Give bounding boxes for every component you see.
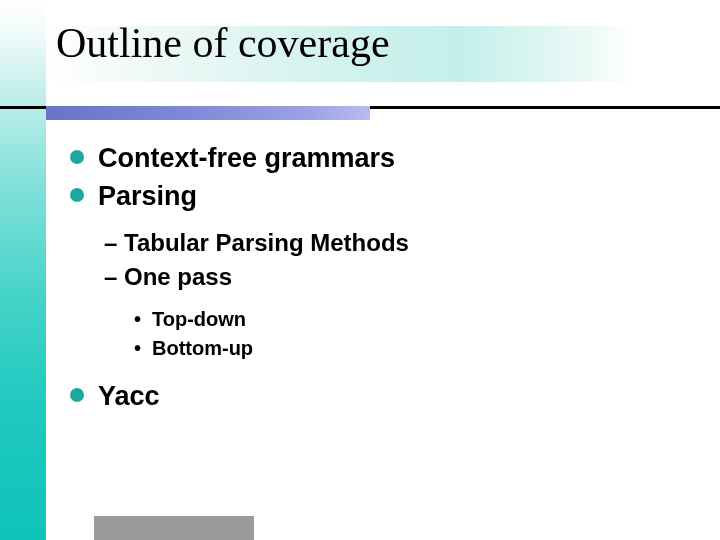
spacer [70,364,670,378]
spacer [70,217,670,225]
slide: Outline of coverage Context-free grammar… [0,0,720,540]
footer-grey-block [94,516,254,540]
bullet-text: One pass [124,263,232,290]
disc-bullet-icon [70,150,84,164]
disc-bullet-icon [70,388,84,402]
bullet-text: Bottom-up [152,337,253,359]
bullet-context-free-grammars: Context-free grammars [70,140,670,176]
bullet-text: Parsing [98,181,197,211]
bullet-text: Top-down [152,308,246,330]
bullet-text: Yacc [98,381,160,411]
spacer [70,296,670,304]
subsubbullet-top-down: Top-down [134,306,670,333]
subsubbullet-bottom-up: Bottom-up [134,335,670,362]
bullet-yacc: Yacc [70,378,670,414]
slide-title: Outline of coverage [56,22,390,64]
content-area: Context-free grammars Parsing Tabular Pa… [70,140,670,416]
subbullet-one-pass: One pass [104,261,670,293]
left-accent-bar [0,0,46,540]
subbullet-tabular-parsing: Tabular Parsing Methods [104,227,670,259]
disc-bullet-icon [70,188,84,202]
bullet-text: Context-free grammars [98,143,395,173]
rule-accent-block [46,106,370,120]
bullet-parsing: Parsing [70,178,670,214]
bullet-text: Tabular Parsing Methods [124,229,409,256]
